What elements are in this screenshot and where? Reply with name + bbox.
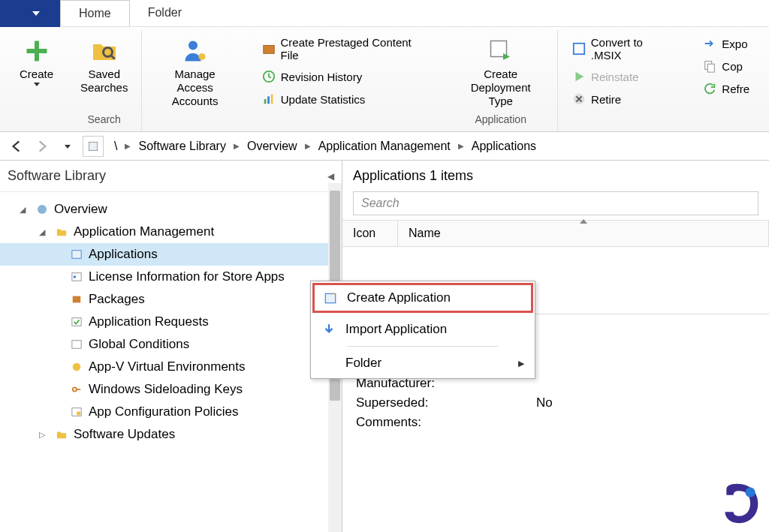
column-name[interactable]: Name [398, 221, 769, 246]
close-circle-icon [571, 92, 587, 107]
refresh-icon [702, 81, 717, 96]
home-icon[interactable] [83, 136, 104, 157]
reinstate-button[interactable]: Reinstate [571, 69, 675, 84]
package-icon [69, 293, 84, 306]
title-bar: Home Folder [0, 0, 769, 27]
svg-point-4 [188, 41, 198, 50]
svg-rect-29 [325, 293, 336, 302]
prop-superseded-label: Superseded: [356, 395, 536, 410]
grid-header: Icon Name [342, 220, 769, 247]
history-icon [261, 69, 276, 84]
menu-import-application[interactable]: Import Application [311, 314, 535, 344]
tree-item-overview[interactable]: ◢ Overview [0, 198, 342, 221]
globe-icon [35, 203, 50, 216]
tree-item-appv[interactable]: App-V Virtual Environments [0, 356, 342, 378]
breadcrumb-item[interactable]: Applications [472, 140, 536, 153]
svg-rect-9 [267, 96, 270, 104]
search-input[interactable]: Search [353, 191, 758, 215]
breadcrumb-item[interactable]: Application Management [318, 140, 451, 153]
tree-item-packages[interactable]: Packages [0, 288, 342, 311]
ribbon-group-search: Search [88, 113, 121, 128]
tree-item-app-config[interactable]: App Configuration Policies [0, 401, 342, 423]
svg-point-5 [198, 53, 205, 60]
config-icon [69, 405, 84, 419]
app-icon [69, 248, 84, 261]
back-button[interactable] [6, 136, 27, 157]
tab-folder[interactable]: Folder [130, 0, 200, 26]
qat-dropdown-icon [32, 11, 40, 16]
prop-superseded-value: No [536, 395, 553, 410]
new-app-icon [323, 290, 338, 305]
menu-folder[interactable]: Folder ▶ [311, 348, 535, 378]
play-icon [571, 69, 587, 84]
submenu-arrow-icon: ▶ [518, 359, 524, 368]
svg-rect-6 [263, 46, 273, 54]
retire-button[interactable]: Retire [571, 92, 675, 107]
create-deployment-type-button[interactable]: Create Deployment Type [451, 33, 550, 111]
update-statistics-button[interactable]: Update Statistics [261, 92, 431, 107]
tab-home[interactable]: Home [60, 0, 130, 26]
refresh-button[interactable]: Refre [702, 81, 749, 96]
folder-search-icon [89, 36, 119, 66]
tree-item-license-info[interactable]: License Information for Store Apps [0, 266, 342, 288]
breadcrumb-item[interactable]: Software Library [138, 140, 226, 153]
svg-point-17 [38, 205, 47, 214]
svg-rect-16 [89, 142, 97, 150]
folder-icon [54, 428, 69, 441]
user-key-icon [180, 36, 210, 66]
revision-history-button[interactable]: Revision History [261, 69, 431, 84]
package-icon [261, 41, 276, 56]
convert-msix-button[interactable]: Convert to .MSIX [571, 36, 675, 62]
ribbon: Create Saved Searches Search Manage Acce… [0, 27, 769, 132]
history-dropdown[interactable] [57, 136, 78, 157]
license-icon [69, 270, 84, 284]
export-button[interactable]: Expo [702, 36, 749, 51]
deployment-icon [486, 36, 516, 66]
msix-icon [571, 41, 587, 56]
svg-rect-21 [73, 296, 81, 303]
condition-icon [69, 338, 84, 351]
manage-access-button[interactable]: Manage Access Accounts [149, 33, 240, 111]
svg-point-24 [73, 363, 81, 371]
svg-rect-10 [270, 95, 273, 104]
export-icon [702, 36, 717, 51]
menu-separator [347, 346, 499, 347]
prop-comments-label: Comments: [356, 415, 536, 430]
svg-rect-15 [708, 64, 715, 72]
svg-point-20 [74, 275, 77, 278]
context-menu: Create Application Import Application Fo… [310, 281, 535, 379]
tree-item-app-management[interactable]: ◢ Application Management [0, 221, 342, 243]
svg-rect-18 [72, 251, 81, 259]
svg-rect-23 [72, 341, 81, 349]
svg-rect-1 [26, 49, 47, 53]
svg-rect-12 [574, 44, 584, 54]
sort-ascending-icon [580, 219, 587, 224]
breadcrumb-root[interactable]: \ [114, 140, 117, 153]
copy-button[interactable]: Cop [702, 59, 749, 74]
svg-point-25 [73, 387, 77, 391]
menu-create-application[interactable]: Create Application [312, 283, 533, 313]
nav-pane-title: Software Library ◀ [0, 161, 342, 192]
tree-item-software-updates[interactable]: ▷ Software Updates [0, 423, 342, 446]
column-icon[interactable]: Icon [342, 221, 398, 246]
ribbon-group-application: Application [475, 113, 526, 128]
tree-item-sideloading[interactable]: Windows Sideloading Keys [0, 378, 342, 401]
create-button[interactable]: Create [14, 33, 59, 89]
tree-item-app-requests[interactable]: Application Requests [0, 311, 342, 333]
copy-icon [702, 59, 717, 74]
appv-icon [69, 360, 84, 374]
tree-item-global-conditions[interactable]: Global Conditions [0, 333, 342, 356]
svg-point-30 [746, 488, 755, 497]
create-prestaged-button[interactable]: Create Prestaged Content File [261, 36, 431, 62]
quick-access-toolbar[interactable] [0, 0, 60, 27]
saved-searches-button[interactable]: Saved Searches [74, 33, 134, 98]
tree-item-applications[interactable]: Applications [0, 243, 342, 266]
dropdown-arrow-icon [34, 83, 40, 86]
logo [719, 482, 761, 524]
forward-button[interactable] [32, 136, 53, 157]
chart-icon [261, 92, 276, 107]
breadcrumb-item[interactable]: Overview [247, 140, 297, 153]
breadcrumb: \ ▶ Software Library ▶ Overview ▶ Applic… [114, 140, 536, 153]
navigation-pane: Software Library ◀ ◢ Overview ◢ Applicat… [0, 161, 342, 532]
collapse-icon[interactable]: ◀ [327, 171, 334, 182]
